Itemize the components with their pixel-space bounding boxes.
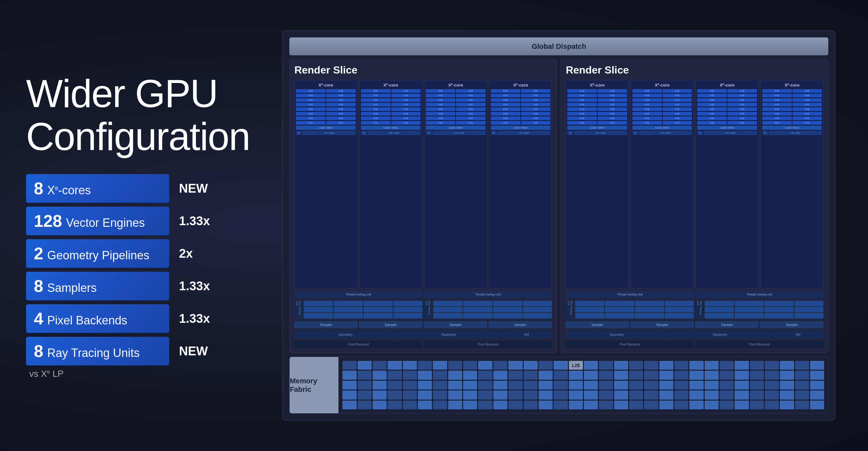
pixel-backends-number: 4: [34, 310, 43, 327]
render-slice-title-1: Render Slice: [294, 64, 552, 76]
xe-cores-grid-2: Xe-core KVEKVE KVEKVE KVEKVE KVEKVE KVEK…: [566, 80, 824, 288]
gpu-diagram: Global Dispatch Render Slice Xe-core KVE…: [282, 30, 835, 421]
xe-core-1-3: Xe-core KVEKVE KVEKVE KVEKVE KVEKVE KVEK…: [424, 80, 487, 288]
vector-engines-number: 128: [34, 213, 62, 229]
xe-core-1-4: Xe-core KVEKVE KVEKVE KVEKVE KVEKVE KVEK…: [489, 80, 552, 288]
content-wrapper: Wider GPU Configuration 8 Xe-cores NEW 1…: [0, 0, 868, 451]
geometry-label: Geometry Pipelines: [47, 250, 149, 261]
ray-tracing-label: Ray Tracing Units: [47, 347, 140, 359]
xe-core-title-2-4: Xe-core: [762, 82, 822, 88]
ray-tracing-number: 8: [34, 343, 43, 360]
pixel-backends-multiplier: 1.33x: [179, 312, 212, 326]
render-slice-1: Render Slice Xe-core KVEKVE KVEKVE KVEKV…: [289, 59, 557, 353]
xe-core-2-2: Xe-core KVEKVE KVEKVE KVEKVE KVEKVE KVEK…: [631, 80, 694, 288]
stat-badge-pixel-backends: 4 Pixel Backends: [26, 304, 169, 333]
ray-tracing-multiplier: NEW: [179, 344, 212, 358]
pixel-backends-label: Pixel Backends: [47, 315, 127, 326]
xe-cores-multiplier: NEW: [179, 182, 212, 196]
xe-core-2-3: Xe-core KVEKVE KVEKVE KVEKVE KVEKVE KVEK…: [695, 80, 758, 288]
xe-core-title-2-2: Xe-core: [632, 82, 692, 88]
vector-engines-multiplier: 1.33x: [179, 214, 212, 228]
memory-fabric-row: Memory Fabric L2$: [289, 357, 828, 414]
render-slices-row: Render Slice Xe-core KVEKVE KVEKVE KVEKV…: [289, 59, 828, 353]
geometry-multiplier: 2x: [179, 247, 212, 261]
stat-row-geometry: 2 Geometry Pipelines 2x: [26, 239, 250, 268]
xe-cores-label: Xe-cores: [47, 185, 91, 196]
memory-fabric-label: Memory Fabric: [290, 357, 339, 413]
stat-badge-ray-tracing: 8 Ray Tracing Units: [26, 337, 169, 365]
stat-badge-samplers: 8 Samplers: [26, 272, 169, 300]
stat-badge-vector-engines: 128 Vector Engines: [26, 206, 169, 235]
xe-core-title-1-4: Xe-core: [491, 82, 551, 88]
render-slice-title-2: Render Slice: [566, 64, 824, 76]
stat-row-ray-tracing: 8 Ray Tracing Units NEW: [26, 337, 250, 365]
xe-core-2-1: Xe-core KVEKVE KVEKVE KVEKVE KVEKVE KVEK…: [566, 80, 629, 288]
xe-cores-number: 8: [34, 180, 43, 197]
vs-label: vs Xe LP: [26, 369, 250, 379]
stat-row-pixel-backends: 4 Pixel Backends 1.33x: [26, 304, 250, 333]
right-panel: Global Dispatch Render Slice Xe-core KVE…: [276, 30, 842, 421]
samplers-label: Samplers: [47, 282, 97, 294]
xe-core-title-1-1: Xe-core: [296, 82, 356, 88]
stat-row-vector-engines: 128 Vector Engines 1.33x: [26, 206, 250, 235]
xe-core-title-1-3: Xe-core: [426, 82, 486, 88]
xe-core-title-1-2: Xe-core: [361, 82, 421, 88]
l2-cache-area: L2$: [339, 357, 828, 413]
xe-core-1-1: Xe-core KVEKVE KVEKVE KVEKVE KVEKVE KVEK…: [294, 80, 358, 288]
xe-core-2-4: Xe-core KVEKVE KVEKVE KVEKVE KVEKVE KVEK…: [761, 80, 824, 288]
global-dispatch: Global Dispatch: [289, 37, 828, 55]
xe-cores-grid-1: Xe-core KVEKVE KVEKVE KVEKVE KVEKVE KVEK…: [294, 80, 552, 288]
geometry-number: 2: [34, 245, 43, 262]
stat-badge-xe-cores: 8 Xe-cores: [26, 174, 169, 203]
xe-core-title-2-1: Xe-core: [567, 82, 627, 88]
samplers-multiplier: 1.33x: [179, 279, 212, 293]
stats-list: 8 Xe-cores NEW 128 Vector Engines 1.33x …: [26, 174, 250, 365]
main-title: Wider GPU Configuration: [26, 72, 250, 158]
samplers-number: 8: [34, 278, 43, 294]
vector-engines-label: Vector Engines: [66, 217, 145, 229]
xe-core-title-2-3: Xe-core: [697, 82, 757, 88]
stat-row-samplers: 8 Samplers 1.33x: [26, 272, 250, 300]
stat-row-xe-cores: 8 Xe-cores NEW: [26, 174, 250, 203]
left-panel: Wider GPU Configuration 8 Xe-cores NEW 1…: [26, 72, 250, 379]
render-slice-2: Render Slice Xe-core KVEKVE KVEKVE KVEKV…: [561, 59, 828, 353]
stat-badge-geometry: 2 Geometry Pipelines: [26, 239, 169, 268]
xe-core-1-2: Xe-core KVEKVE KVEKVE KVEKVE KVEKVE KVEK…: [359, 80, 423, 288]
